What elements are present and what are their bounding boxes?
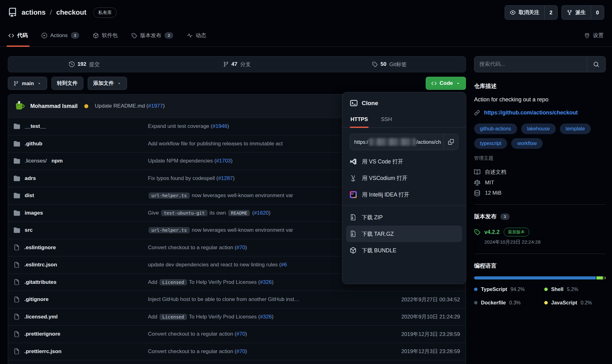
issue-link[interactable]: #1620 (254, 210, 269, 216)
ci-status-dot[interactable] (84, 104, 88, 108)
issue-link[interactable]: #1946 (213, 123, 227, 129)
file-name[interactable]: npm (51, 158, 63, 164)
file-name[interactable]: adrs (25, 175, 36, 182)
file-name-cell[interactable]: .prettierrc.json (14, 348, 148, 355)
issue-link[interactable]: #326 (260, 279, 272, 285)
file-name[interactable]: dist (25, 192, 34, 199)
manage-topics-link[interactable]: 管理主题 (474, 155, 493, 162)
branches-stat[interactable]: 47 分支 (161, 61, 313, 68)
license-link[interactable]: MIT (474, 180, 606, 186)
download-zip-active[interactable]: 下载 TAR.GZ (346, 226, 462, 242)
tab-ssh[interactable]: SSH (380, 114, 393, 127)
topic-typescript[interactable]: typescript (474, 138, 507, 149)
fork-button[interactable]: 派生 0 (561, 5, 604, 20)
file-name-cell[interactable]: .licenses/npm (14, 158, 148, 164)
file-name-cell[interactable]: .eslintrc.json (14, 262, 148, 268)
commit-pr-link[interactable]: #1977 (148, 103, 163, 109)
search-button[interactable] (587, 56, 605, 72)
file-name-cell[interactable]: .gitignore (14, 296, 148, 303)
file-name[interactable]: .eslintrc.json (24, 262, 57, 268)
watchers-count[interactable]: 2 (544, 6, 557, 19)
clone-url-input[interactable]: https://actions/ch (350, 134, 443, 150)
tab-releases[interactable]: 版本发布 3 (131, 24, 174, 46)
goto-file-button[interactable]: 转到文件 (51, 77, 83, 90)
file-name-cell[interactable]: .gitattributes (14, 279, 148, 285)
branch-selector[interactable]: main (8, 77, 47, 90)
file-name-cell[interactable]: .github (14, 141, 148, 147)
download-bundle[interactable]: 下载 BUNDLE (346, 242, 462, 259)
unwatch-button[interactable]: 取消关注 2 (505, 5, 558, 20)
file-row-.gitignore[interactable]: .gitignoreInject GitHub host to be able … (8, 291, 466, 308)
file-name[interactable]: .gitignore (24, 296, 48, 303)
commit-message-text: now leverages well-known environment var (190, 192, 293, 198)
issue-link[interactable]: #326 (260, 314, 272, 320)
file-name-cell[interactable]: .prettierignore (14, 331, 148, 337)
file-name[interactable]: __test__ (25, 123, 46, 129)
file-name[interactable]: .github (25, 141, 42, 147)
language-legend-javascript[interactable]: JavaScript0.2% (544, 300, 606, 306)
tab-activity[interactable]: 动态 (186, 24, 207, 46)
website-link[interactable]: https://github.com/actions/checkout (484, 109, 578, 116)
file-name[interactable]: .eslintignore (24, 245, 56, 251)
file-row-.prettierrc.json[interactable]: .prettierrc.jsonConvert checkout to a re… (8, 343, 466, 360)
file-name[interactable]: .licensed.yml (24, 314, 58, 320)
file-name[interactable]: .gitattributes (24, 279, 56, 285)
add-file-button[interactable]: 添加文件 (88, 77, 127, 90)
commits-stat[interactable]: 192 提交 (8, 61, 161, 68)
forks-count[interactable]: 0 (591, 6, 604, 19)
language-legend-dockerfile[interactable]: Dockerfile0.3% (474, 300, 544, 306)
sidebar-divider (474, 204, 606, 205)
header-actions: 取消关注 2 派生 0 (505, 5, 604, 20)
file-name[interactable]: .prettierignore (24, 331, 60, 337)
release-tag-link[interactable]: v4.2.2 (484, 229, 500, 235)
language-legend-typescript[interactable]: TypeScript94.2% (474, 286, 544, 292)
open-with-vscodium[interactable]: 用 VSCodium 打开 (346, 170, 462, 186)
file-name-cell[interactable]: images (14, 210, 148, 216)
file-row-.prettierignore[interactable]: .prettierignoreConvert checkout to a reg… (8, 325, 466, 343)
language-legend-shell[interactable]: Shell5.2% (544, 286, 606, 292)
tab-code[interactable]: 代码 (8, 24, 28, 46)
file-row[interactable] (8, 360, 466, 364)
file-name[interactable]: .prettierrc.json (24, 348, 61, 355)
avatar[interactable] (14, 100, 26, 112)
topic-workflow[interactable]: workflow (511, 138, 542, 149)
breadcrumb-repo[interactable]: checkout (56, 8, 86, 17)
topic-template[interactable]: template (560, 124, 591, 134)
download-zip[interactable]: 下载 ZIP (346, 209, 462, 226)
breadcrumb-owner[interactable]: actions (22, 8, 46, 17)
file-name-cell[interactable]: .licensed.yml (14, 314, 148, 320)
open-with-intellij[interactable]: IJ用 Intellij IDEA 打开 (346, 186, 462, 203)
chevron-down-icon (117, 81, 121, 85)
issue-link[interactable]: #6 (281, 262, 287, 268)
commit-date: 2022年9月27日 00:34:52 (366, 296, 460, 303)
file-name[interactable]: images (25, 210, 43, 216)
tab-packages[interactable]: 软件包 (92, 24, 118, 46)
topic-lakehouse[interactable]: lakehouse (521, 124, 556, 134)
issue-link[interactable]: #1287 (218, 175, 233, 181)
file-name-cell[interactable]: dist (14, 192, 148, 199)
tab-settings[interactable]: 设置 (584, 32, 604, 39)
open-with-vscode[interactable]: 用 VS Code 打开 (346, 153, 462, 170)
readme-link[interactable]: 自述文档 (474, 168, 606, 176)
tab-https[interactable]: HTTPS (350, 114, 369, 127)
language-bar[interactable] (474, 276, 606, 279)
issue-link[interactable]: #70 (236, 348, 245, 354)
code-download-button[interactable]: Code (426, 77, 466, 90)
commit-author[interactable]: Mohammad Ismail (30, 103, 78, 109)
repo-size[interactable]: 12 MiB (474, 190, 606, 196)
file-name-cell[interactable]: src (14, 227, 148, 233)
releases-heading[interactable]: 版本发布 (474, 213, 497, 220)
tab-actions[interactable]: Actions 3 (41, 24, 80, 46)
tags-stat[interactable]: 50 Git标签 (313, 61, 466, 68)
file-name-cell[interactable]: adrs (14, 175, 148, 182)
file-name-cell[interactable]: .eslintignore (14, 245, 148, 251)
issue-link[interactable]: #70 (236, 331, 245, 337)
copy-url-button[interactable] (443, 134, 458, 150)
file-name[interactable]: src (25, 227, 33, 233)
topic-github-actions[interactable]: github-actions (474, 124, 517, 134)
issue-link[interactable]: #1703 (216, 158, 231, 164)
code-search-input[interactable] (474, 56, 587, 72)
file-name-cell[interactable]: __test__ (14, 123, 148, 129)
file-row-.licensed.yml[interactable]: .licensed.ymlAdd Licensed To Help Verify… (8, 308, 466, 326)
issue-link[interactable]: #70 (236, 245, 245, 250)
